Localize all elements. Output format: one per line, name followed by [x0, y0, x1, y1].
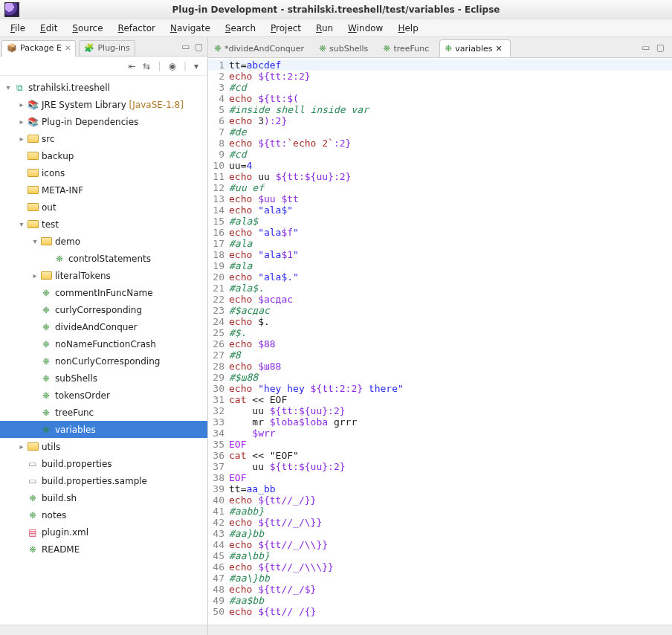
tree-item-strahilski-treeshell[interactable]: ▾⧉strahilski.treeshell	[0, 79, 207, 96]
tree-item-out[interactable]: out	[0, 199, 207, 216]
close-icon[interactable]: ✕	[495, 44, 502, 54]
tree-item-meta-inf[interactable]: META-INF	[0, 181, 207, 199]
code-line[interactable]: 17#ala	[208, 238, 672, 249]
code-line[interactable]: 34 $wrr	[208, 428, 672, 439]
tree-item-plugin-xml[interactable]: ▤plugin.xml	[0, 523, 207, 541]
code-line[interactable]: 39tt=aa_bb	[208, 483, 672, 494]
menu-run[interactable]: Run	[308, 22, 340, 35]
code-line[interactable]: 46echo ${tt//_/\\\}}	[208, 561, 672, 573]
menu-window[interactable]: Window	[340, 22, 390, 35]
code-line[interactable]: 35EOF	[208, 439, 672, 450]
tree-item-divideandconquer[interactable]: ❈divideAndConquer	[0, 318, 207, 335]
code-line[interactable]: 18echo "ala$1"	[208, 249, 672, 260]
tree-item-build-properties-sample[interactable]: ▭build.properties.sample	[0, 472, 207, 489]
code-line[interactable]: 31cat << EOF	[208, 394, 672, 405]
code-line[interactable]: 23#$асдас	[208, 305, 672, 316]
maximize-icon[interactable]: ▢	[195, 42, 203, 52]
tree-item-curlycorresponding[interactable]: ❈curlyCorresponding	[0, 301, 207, 318]
menu-navigate[interactable]: Navigate	[163, 22, 218, 35]
code-line[interactable]: 2echo ${tt:2:2}	[208, 71, 672, 82]
code-line[interactable]: 36cat << "EOF"	[208, 450, 672, 461]
editor-tab-divideandconquer[interactable]: ❈*divideAndConquer	[210, 39, 311, 57]
code-line[interactable]: 40echo ${tt//_/}}	[208, 494, 672, 506]
tree-item-notes[interactable]: ❈notes	[0, 506, 207, 523]
code-line[interactable]: 25#$.	[208, 327, 672, 338]
minimize-icon[interactable]: ▭	[181, 42, 190, 52]
tree-item-demo[interactable]: ▾demo	[0, 233, 207, 250]
tree-item-src[interactable]: ▸src	[0, 130, 207, 147]
editor-tab-subshells[interactable]: ❈subShells	[314, 39, 375, 57]
code-line[interactable]: 6echo 3):2}	[208, 115, 672, 126]
editor-minimize-icon[interactable]: ▭	[642, 42, 650, 53]
code-line[interactable]: 10uu=4	[208, 160, 672, 171]
expander-icon[interactable]: ▾	[16, 220, 27, 228]
code-line[interactable]: 3#cd	[208, 82, 672, 93]
code-line[interactable]: 4echo ${tt:$(	[208, 93, 672, 104]
tree-item-noncurlycorresponding[interactable]: ❈nonCurlyCorresponding	[0, 352, 207, 370]
menu-source[interactable]: Source	[65, 22, 110, 35]
menu-project[interactable]: Project	[263, 22, 308, 35]
code-line[interactable]: 15#ala$	[208, 216, 672, 227]
code-line[interactable]: 37 uu ${tt:${uu}:2}	[208, 461, 672, 472]
code-line[interactable]: 48echo ${tt//_/$}	[208, 584, 672, 595]
expander-icon[interactable]: ▾	[30, 237, 40, 245]
code-line[interactable]: 27#8	[208, 349, 672, 361]
code-line[interactable]: 5#inside shell inside var	[208, 104, 672, 115]
tree-item-utils[interactable]: ▸utils	[0, 438, 207, 455]
tree-item-variables[interactable]: ❈variables	[0, 421, 207, 438]
code-line[interactable]: 19#ala	[208, 260, 672, 271]
code-line[interactable]: 28echo $ш88	[208, 361, 672, 372]
code-line[interactable]: 43#aa}bb	[208, 528, 672, 539]
tree-item-commentinfuncname[interactable]: ❈commentInFuncName	[0, 284, 207, 301]
code-line[interactable]: 8echo ${tt:`echo 2`:2}	[208, 138, 672, 149]
editor-tab-treefunc[interactable]: ❈treeFunc	[378, 39, 436, 57]
code-line[interactable]: 12#uu ef	[208, 182, 672, 193]
view-menu-icon[interactable]: ▾	[194, 61, 198, 71]
focus-task-icon[interactable]: ◉	[168, 61, 175, 71]
menu-help[interactable]: Help	[390, 22, 425, 35]
code-line[interactable]: 49#aa$bb	[208, 595, 672, 606]
tree-item-jre-system-library[interactable]: ▸📚JRE System Library [JavaSE-1.8]	[0, 96, 207, 113]
code-line[interactable]: 33 mr $loba$loba grrr	[208, 416, 672, 428]
code-line[interactable]: 32 uu ${tt:${uu}:2}	[208, 405, 672, 416]
tree-item-literaltokens[interactable]: ▸literalTokens	[0, 267, 207, 284]
editor-horizontal-scrollbar[interactable]	[208, 625, 672, 635]
editor-maximize-icon[interactable]: ▢	[656, 42, 665, 53]
code-line[interactable]: 21#ala$.	[208, 283, 672, 294]
tree-item-plug-in-dependencies[interactable]: ▸📚Plug-in Dependencies	[0, 113, 207, 130]
tree-item-treefunc[interactable]: ❈treeFunc	[0, 404, 207, 421]
link-editor-icon[interactable]: ⇆	[143, 61, 150, 71]
menu-search[interactable]: Search	[218, 22, 263, 35]
code-line[interactable]: 7#de	[208, 126, 672, 138]
code-line[interactable]: 16echo "ala$f"	[208, 227, 672, 238]
code-line[interactable]: 14echo "ala$"	[208, 204, 672, 216]
code-line[interactable]: 41#aabb}	[208, 506, 672, 517]
code-line[interactable]: 22echo $асдас	[208, 294, 672, 305]
code-line[interactable]: 30echo "hey hey ${tt:2:2} there"	[208, 383, 672, 394]
code-line[interactable]: 38EOF	[208, 472, 672, 483]
tree-item-test[interactable]: ▾test	[0, 216, 207, 233]
tree-item-build-sh[interactable]: ❈build.sh	[0, 489, 207, 506]
editor-tab-variables[interactable]: ❈variables ✕	[439, 39, 510, 57]
expander-icon[interactable]: ▸	[16, 100, 27, 109]
expander-icon[interactable]: ▸	[16, 117, 27, 126]
close-icon[interactable]: ✕	[65, 44, 71, 52]
tree-item-build-properties[interactable]: ▭build.properties	[0, 455, 207, 472]
expander-icon[interactable]: ▸	[30, 271, 40, 280]
code-line[interactable]: 26echo $88	[208, 338, 672, 349]
code-line[interactable]: 50echo ${tt// /{}	[208, 606, 672, 617]
collapse-all-icon[interactable]: ⇤	[128, 61, 135, 71]
menu-refactor[interactable]: Refactor	[111, 22, 163, 35]
code-line[interactable]: 29#$ш88	[208, 372, 672, 383]
tree-item-icons[interactable]: icons	[0, 164, 207, 181]
tree-item-controlstatements[interactable]: ❈controlStatements	[0, 250, 207, 267]
view-tab-package-e[interactable]: 📦Package E ✕	[1, 40, 76, 57]
tree-item-nonamefunctioncrash[interactable]: ❈noNameFunctionCrash	[0, 335, 207, 352]
code-line[interactable]: 13echo $uu $tt	[208, 193, 672, 204]
view-tab-plug-ins[interactable]: 🧩Plug-ins	[79, 40, 135, 57]
menu-file[interactable]: File	[3, 22, 33, 35]
code-line[interactable]: 45#aa\bb}	[208, 550, 672, 561]
tree-item-subshells[interactable]: ❈subShells	[0, 370, 207, 387]
expander-icon[interactable]: ▸	[16, 442, 27, 451]
tree-item-backup[interactable]: backup	[0, 147, 207, 164]
